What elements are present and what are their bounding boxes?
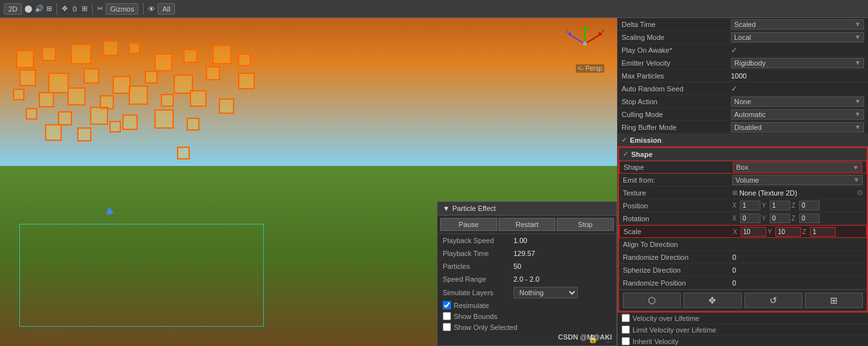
grid-box: [19, 224, 264, 327]
scale-y-label: Y: [768, 228, 774, 235]
particle: [113, 76, 131, 94]
prop-value-3[interactable]: Rigidbody▼: [731, 58, 864, 68]
particle: [13, 89, 24, 100]
pause-btn[interactable]: Pause: [440, 218, 497, 231]
prop-value-7[interactable]: Automatic▼: [731, 109, 864, 120]
particle: [39, 92, 54, 107]
toggle-checkbox-1[interactable]: [622, 325, 630, 334]
playback-speed-row: Playback Speed 1.00: [438, 234, 616, 247]
prop-value-8[interactable]: Disabled▼: [731, 122, 864, 132]
watermark: CSDN @M@AKI: [558, 333, 612, 341]
position-y-input[interactable]: [770, 201, 790, 210]
playback-time-label: Playback Time: [443, 250, 513, 257]
playback-speed-value: 1.00: [513, 237, 527, 244]
particle: [238, 73, 255, 89]
spherize-direction-label: Spherize Direction: [623, 266, 732, 274]
prop-value-5: ✓: [731, 84, 737, 93]
svg-marker-1: [583, 26, 587, 30]
texture-row: Texture ⊞ None (Texture 2D) ⊙: [619, 187, 867, 199]
rotation-y-label: Y: [762, 215, 768, 222]
position-y-label: Y: [762, 202, 768, 209]
position-x-input[interactable]: [740, 201, 761, 210]
prop-label-3: Emitter Velocity: [622, 59, 731, 67]
show-only-selected-checkbox[interactable]: [443, 323, 451, 331]
show-only-selected-row: Show Only Selected: [438, 322, 616, 332]
viewport[interactable]: ▲ Y X Z <- Persp: [0, 18, 617, 346]
mode-2d-btn[interactable]: 2D: [4, 3, 22, 15]
prop-row-7: Culling ModeAutomatic▼: [618, 108, 868, 121]
gizmos-btn[interactable]: Gizmos: [106, 3, 138, 15]
emit-from-dropdown[interactable]: Volume ▼: [732, 175, 863, 185]
restart-btn[interactable]: Restart: [499, 218, 556, 231]
scale-y-input[interactable]: [775, 227, 801, 237]
props-container: Delta TimeScaled▼Scaling ModeLocal▼Play …: [618, 18, 868, 134]
particle: [129, 42, 140, 54]
resimulate-checkbox[interactable]: [443, 301, 451, 309]
scale-y-field: Y: [768, 227, 801, 237]
particle: [154, 53, 172, 71]
position-z-input[interactable]: [799, 201, 820, 210]
action-btn-2[interactable]: ✥: [683, 293, 741, 308]
texture-value: ⊞ None (Texture 2D) ⊙: [732, 188, 863, 197]
scale-x-label: X: [733, 228, 739, 235]
all-btn[interactable]: All: [158, 3, 174, 15]
simulate-layers-dropdown[interactable]: Nothing: [513, 287, 578, 298]
action-btn-4[interactable]: ⊞: [805, 293, 863, 308]
dropdown-arrow-8: ▼: [854, 123, 861, 131]
toggle-label-2: Inherit Velocity: [633, 338, 679, 345]
prop-label-1: Scaling Mode: [622, 33, 731, 41]
toggle-container: Velocity over LifetimeLimit Velocity ove…: [618, 313, 868, 346]
speed-range-value: 2.0 - 2.0: [513, 275, 539, 283]
shape-section-header[interactable]: ✓ Shape: [619, 148, 867, 161]
simulate-layers-label: Simulate Layers: [443, 289, 513, 296]
randomize-direction-label: Randomize Direction: [623, 253, 732, 261]
svg-line-2: [585, 34, 601, 44]
particle: [48, 73, 69, 93]
emission-section-header[interactable]: ✓ Emission: [618, 134, 868, 147]
dropdown-arrow-0: ▼: [854, 21, 861, 28]
prop-label-6: Stop Action: [622, 98, 731, 105]
position-xyz: X Y Z: [732, 201, 863, 210]
shape-label: Shape: [623, 163, 733, 171]
shape-dropdown[interactable]: Box ▼: [733, 162, 862, 172]
align-to-direction-label: Align To Direction: [623, 241, 732, 248]
spherize-direction-value: 0: [732, 266, 863, 274]
scale-x-input[interactable]: [741, 227, 766, 237]
particle: [58, 111, 72, 125]
stop-btn[interactable]: Stop: [557, 218, 614, 231]
rotation-z-input[interactable]: [799, 214, 820, 223]
prop-value-0[interactable]: Scaled▼: [731, 19, 864, 30]
emit-from-label: Emit from:: [623, 176, 732, 184]
position-y-field: Y: [762, 201, 790, 210]
shape-dropdown-arrow: ▼: [853, 164, 859, 171]
rotation-row: Rotation X Y Z: [619, 212, 867, 225]
panel-arrow-icon: ▼: [443, 205, 450, 212]
speed-range-label: Speed Range: [443, 275, 513, 283]
toggle-row-1: Limit Velocity over Lifetime: [618, 324, 868, 336]
action-btn-3[interactable]: ↺: [744, 293, 802, 308]
playback-time-value: 129.57: [513, 250, 535, 257]
toolbar-icon-eye: 👁: [148, 5, 155, 13]
prop-row-6: Stop ActionNone▼: [618, 95, 868, 108]
action-btn-1[interactable]: ⬡: [623, 293, 681, 308]
toggle-checkbox-0[interactable]: [622, 314, 630, 322]
speed-range-row: Speed Range 2.0 - 2.0: [438, 273, 616, 286]
particle: [154, 109, 174, 129]
prop-row-3: Emitter VelocityRigidbody▼: [618, 57, 868, 69]
rotation-x-input[interactable]: [740, 214, 761, 223]
particle: [187, 118, 199, 131]
prop-value-6[interactable]: None▼: [731, 96, 864, 107]
rotation-y-input[interactable]: [770, 214, 790, 223]
panel-buttons: Pause Restart Stop: [438, 215, 616, 234]
gizmo: Y X Z: [566, 24, 604, 63]
toolbar-icon-layers: ⊞: [46, 5, 52, 13]
prop-value-1[interactable]: Local▼: [731, 32, 864, 42]
right-panel-inner: Delta TimeScaled▼Scaling ModeLocal▼Play …: [618, 18, 868, 346]
toggle-checkbox-2[interactable]: [622, 337, 630, 345]
particle: [183, 49, 198, 63]
position-z-label: Z: [791, 202, 798, 209]
show-bounds-checkbox[interactable]: [443, 312, 451, 320]
show-bounds-label: Show Bounds: [454, 313, 497, 320]
scale-z-input[interactable]: [810, 227, 836, 237]
svg-text:Z: Z: [566, 29, 569, 33]
